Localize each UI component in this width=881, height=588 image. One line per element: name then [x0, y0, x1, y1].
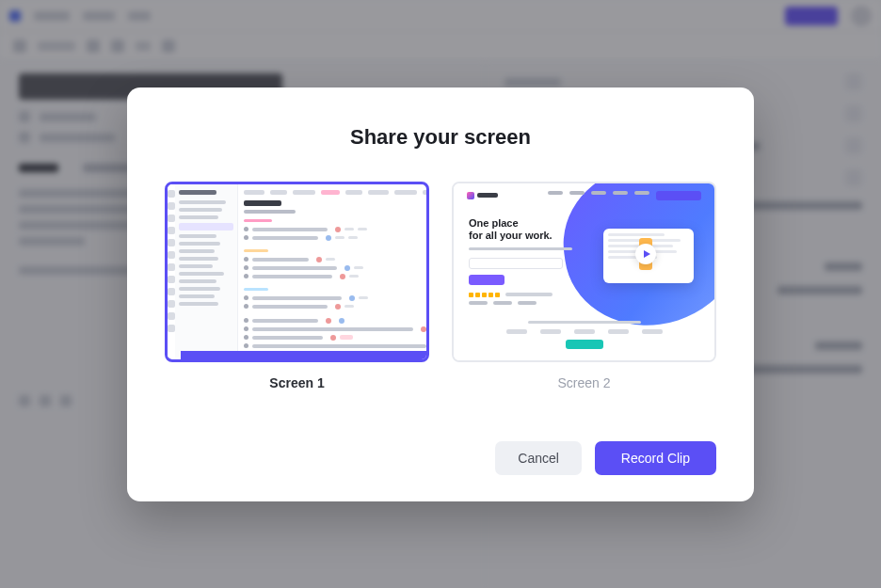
hero-cta — [469, 275, 505, 285]
screen-option-2[interactable]: One place for all your work. — [452, 182, 716, 390]
hero-headline-l1: One place — [469, 217, 572, 230]
brand-name — [477, 193, 498, 198]
thumb-footer-bar — [181, 351, 426, 359]
screen-2-label: Screen 2 — [452, 375, 716, 390]
cancel-button[interactable]: Cancel — [495, 441, 582, 475]
signup-button — [656, 191, 701, 200]
play-icon — [635, 244, 656, 264]
modal-title: Share your screen — [165, 125, 716, 150]
brand-logo-icon — [467, 192, 474, 199]
screen-option-1[interactable]: Screen 1 — [165, 182, 429, 390]
hero-headline-l2: for all your work. — [469, 230, 572, 243]
share-screen-modal: Share your screen — [127, 87, 754, 501]
record-clip-button[interactable]: Record Clip — [595, 441, 716, 475]
hero-input — [469, 258, 563, 269]
screen-2-thumbnail[interactable]: One place for all your work. — [452, 182, 716, 362]
screen-1-thumbnail[interactable] — [165, 182, 429, 362]
screen-options: Screen 1 — [165, 182, 716, 390]
free-forever-badge — [566, 340, 603, 349]
modal-overlay: Share your screen — [0, 0, 881, 588]
thumb-nav — [467, 191, 701, 200]
modal-actions: Cancel Record Clip — [165, 441, 716, 475]
screen-1-label: Screen 1 — [165, 375, 429, 390]
nav-icon — [168, 190, 175, 198]
